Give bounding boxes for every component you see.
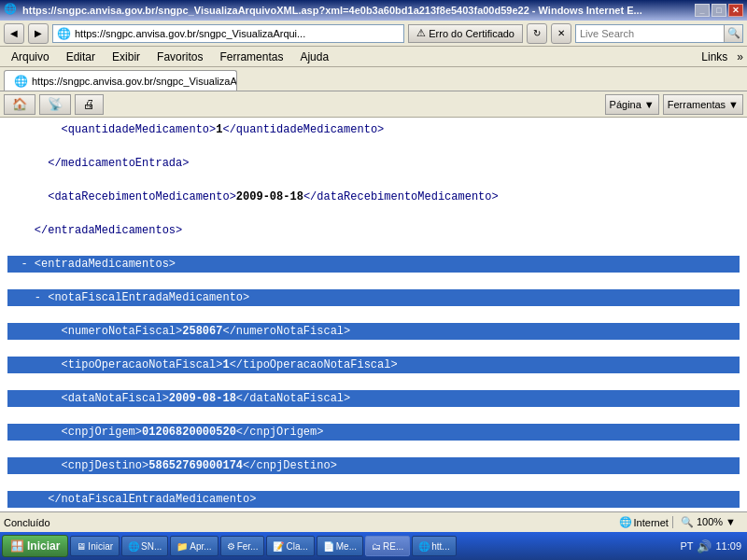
back-button[interactable]: ◀ [4,23,24,44]
taskbar-icon-4: 📝 [273,541,284,552]
close-button[interactable]: ✕ [728,4,743,17]
stop-button[interactable]: ✕ [551,23,571,44]
taskbar-icon-3: ⚙ [227,541,235,552]
taskbar-btn-1[interactable]: 🌐 SN... [121,536,168,556]
pagina-chevron-icon: ▼ [644,99,655,110]
browser-tab-0[interactable]: 🌐 https://sngpc.anvisa.gov.br/sngpc_Visu… [4,70,237,91]
xml-line: </notaFiscalEntradaMedicamento> [7,491,740,508]
taskbar-btn-3[interactable]: ⚙ Fer... [220,536,265,556]
cert-error-button[interactable]: ⚠ Erro do Certificado [408,24,523,43]
start-icon: 🪟 [10,539,24,553]
taskbar-label-6: RE... [383,541,403,552]
zoom-control[interactable]: 🔍 100% ▼ [672,516,743,528]
taskbar-label-4: Cla... [286,541,307,552]
xml-line: <cnpjOrigem>01206820000520</cnpjOrigem> [7,424,740,441]
rss-button[interactable]: 📡 [39,94,71,115]
tab-icon: 🌐 [14,75,28,88]
taskbar-label-7: htt... [431,541,449,552]
taskbar-label-1: SN... [141,541,162,552]
menu-favoritos[interactable]: Favoritos [149,49,210,65]
minimize-button[interactable]: _ [695,4,710,17]
xml-line: </entradaMedicamentos> [7,222,740,239]
content-area[interactable]: <quantidadeMedicamento>1</quantidadeMedi… [0,118,747,511]
taskbar-label-3: Fer... [237,541,259,552]
maximize-button[interactable]: □ [712,4,726,17]
rss-icon: 📡 [48,97,63,111]
taskbar-icon-7: 🌐 [418,541,430,552]
tab-label: https://sngpc.anvisa.gov.br/sngpc_Visual… [32,76,237,87]
start-button[interactable]: 🪟 Iniciar [2,535,68,557]
start-label: Iniciar [27,539,60,553]
home-icon: 🏠 [12,97,27,111]
cert-warning-icon: ⚠ [416,27,426,39]
volume-icon[interactable]: 🔊 [697,539,712,553]
xml-line: <numeroNotaFiscal>258067</numeroNotaFisc… [7,323,740,340]
tab-bar: 🌐 https://sngpc.anvisa.gov.br/sngpc_Visu… [0,67,747,91]
live-search-button[interactable]: 🔍 [724,25,742,42]
pt-icon: PT [680,540,693,552]
xml-line: <tipoOperacaoNotaFiscal>1</tipoOperacaoN… [7,357,740,373]
taskbar-btn-5[interactable]: 📄 Me... [317,536,363,556]
pagina-label: Página [610,99,641,110]
refresh-button[interactable]: ↻ [527,23,547,44]
toolbar-bar: 🏠 📡 🖨 Página ▼ Ferramentas ▼ [0,91,747,118]
live-search-container: 🔍 [575,24,743,43]
status-text: Concluído [4,517,619,528]
xml-line: </medicamentoEntrada> [7,155,740,172]
browser-icon: 🌐 [4,3,19,18]
menu-ferramentas[interactable]: Ferramentas [212,49,290,65]
clock: 11:09 [715,540,741,552]
forward-button[interactable]: ▶ [28,23,49,44]
xml-line: - <entradaMedicamentos> [7,256,740,273]
menu-exibir[interactable]: Exibir [105,49,148,65]
ie-icon: 🌐 [57,27,71,40]
links-button[interactable]: Links [694,49,735,65]
xml-content: <quantidadeMedicamento>1</quantidadeMedi… [0,118,747,511]
internet-label: Internet [634,517,669,528]
xml-line: <quantidadeMedicamento>1</quantidadeMedi… [7,121,740,138]
taskbar-icon-6: 🗂 [372,541,381,552]
taskbar-btn-0[interactable]: 🖥 Iniciar [70,536,120,556]
taskbar: 🪟 Iniciar 🖥 Iniciar 🌐 SN... 📁 Apr... ⚙ F… [0,532,747,560]
taskbar-label-2: Apr... [190,541,211,552]
taskbar-btn-6[interactable]: 🗂 RE... [365,536,410,556]
print-button[interactable]: 🖨 [75,94,104,115]
taskbar-icon-2: 📁 [176,541,188,552]
taskbar-icon-5: 📄 [323,541,334,552]
taskbar-btn-7[interactable]: 🌐 htt... [412,536,456,556]
taskbar-label-0: Iniciar [88,541,113,552]
cert-error-label: Erro do Certificado [429,28,514,39]
zoom-icon: 🔍 [681,516,694,527]
zoom-label: 100% [697,516,723,527]
xml-line: <dataRecebimentoMedicamento>2009-08-18</… [7,189,740,205]
status-icons: 🌐 Internet 🔍 100% ▼ [619,516,743,528]
taskbar-icon-0: 🖥 [77,541,86,552]
menu-editar[interactable]: Editar [59,49,103,65]
taskbar-btn-4[interactable]: 📝 Cla... [266,536,314,556]
ferramentas-label: Ferramentas [668,99,726,110]
ferramentas-chevron-icon: ▼ [728,99,739,110]
nav-bar: ◀ ▶ 🌐 https://sngpc.anvisa.gov.br/sngpc_… [0,21,747,47]
menu-bar: Arquivo Editar Exibir Favoritos Ferramen… [0,47,747,67]
print-icon: 🖨 [83,97,95,111]
links-chevron-icon: » [737,50,743,63]
menu-arquivo[interactable]: Arquivo [4,49,57,65]
home-button[interactable]: 🏠 [4,94,35,115]
address-bar: 🌐 https://sngpc.anvisa.gov.br/sngpc_Visu… [52,24,404,43]
xml-line: <cnpjDestino>58652769000174</cnpjDestino… [7,457,740,474]
window-title: https://sngpc.anvisa.gov.br/sngpc_Visual… [22,5,695,16]
ferramentas-dropdown[interactable]: Ferramentas ▼ [663,94,743,115]
pagina-dropdown[interactable]: Página ▼ [605,94,659,115]
menu-ajuda[interactable]: Ajuda [292,49,336,65]
internet-zone: 🌐 Internet [619,516,669,528]
zoom-chevron-icon: ▼ [726,516,736,527]
live-search-input[interactable] [576,28,724,39]
status-bar: Concluído 🌐 Internet 🔍 100% ▼ [0,511,747,532]
taskbar-btn-2[interactable]: 📁 Apr... [170,536,218,556]
taskbar-icon-1: 🌐 [128,541,139,552]
taskbar-right: PT 🔊 11:09 [680,539,745,553]
xml-line: - <notaFiscalEntradaMedicamento> [7,289,740,306]
taskbar-label-5: Me... [336,541,357,552]
globe-icon: 🌐 [619,516,632,528]
address-input[interactable]: https://sngpc.anvisa.gov.br/sngpc_Visual… [75,28,400,39]
